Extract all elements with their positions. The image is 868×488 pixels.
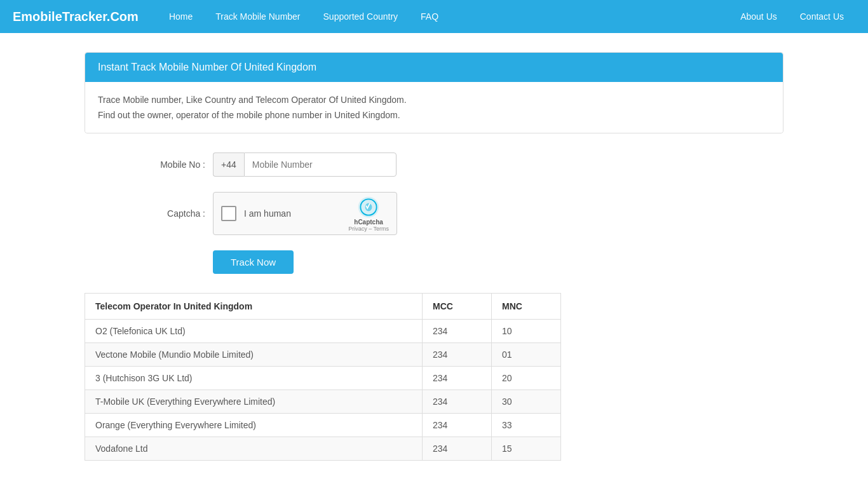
captcha-logo: hCaptcha Privacy – Terms [348,196,389,232]
operator-name: Orange (Everything Everywhere Limited) [85,414,423,437]
nav-supported[interactable]: Supported Country [312,0,410,33]
hcaptcha-icon [357,196,380,219]
table-row: T-Mobile UK (Everything Everywhere Limit… [85,390,561,414]
table-section: Telecom Operator In United Kingdom MCC M… [85,293,783,461]
operator-name: Vectone Mobile (Mundio Mobile Limited) [85,343,423,367]
form-section: Mobile No : +44 Captcha : I am human [85,152,783,274]
captcha-links: Privacy – Terms [348,226,389,232]
captcha-brand: hCaptcha [354,219,383,226]
mcc-value: 234 [423,390,492,414]
operator-name: T-Mobile UK (Everything Everywhere Limit… [85,390,423,414]
mcc-value: 234 [423,343,492,367]
nav-track[interactable]: Track Mobile Number [204,0,311,33]
table-row: Orange (Everything Everywhere Limited) 2… [85,414,561,437]
mcc-value: 234 [423,367,492,390]
operator-name: 3 (Hutchison 3G UK Ltd) [85,367,423,390]
table-col-mnc: MNC [492,294,561,320]
country-code: +44 [213,152,244,177]
mcc-value: 234 [423,320,492,343]
mcc-value: 234 [423,414,492,437]
navbar: EmobileTracker.Com Home Track Mobile Num… [0,0,868,33]
main-content: Instant Track Mobile Number Of United Ki… [72,52,796,461]
mnc-value: 20 [492,367,561,390]
mnc-value: 01 [492,343,561,367]
captcha-widget[interactable]: I am human hCaptcha Privacy – Terms [213,192,397,235]
table-row: Vodafone Ltd 234 15 [85,437,561,461]
navbar-right: About Us Contact Us [729,0,855,33]
info-line-2: Find out the owner, operator of the mobi… [98,110,770,120]
operator-name: Vodafone Ltd [85,437,423,461]
table-col-mcc: MCC [423,294,492,320]
mobile-input-group: +44 [213,152,397,177]
captcha-form-group: Captcha : I am human hCaptcha Privacy – … [123,192,783,235]
operator-name: O2 (Telefonica UK Ltd) [85,320,423,343]
info-card-body: Trace Mobile number, Like Country and Te… [85,82,783,133]
info-card-title: Instant Track Mobile Number Of United Ki… [85,53,783,82]
mnc-value: 15 [492,437,561,461]
table-row: O2 (Telefonica UK Ltd) 234 10 [85,320,561,343]
mcc-value: 234 [423,437,492,461]
nav-home[interactable]: Home [158,0,204,33]
track-now-button[interactable]: Track Now [213,250,294,274]
mnc-value: 30 [492,390,561,414]
mobile-form-group: Mobile No : +44 [123,152,783,177]
mobile-label: Mobile No : [123,159,205,170]
table-col-operator: Telecom Operator In United Kingdom [85,294,423,320]
navbar-brand[interactable]: EmobileTracker.Com [13,10,139,24]
navbar-links: Home Track Mobile Number Supported Count… [158,0,450,33]
info-line-1: Trace Mobile number, Like Country and Te… [98,95,770,105]
nav-about[interactable]: About Us [729,0,789,33]
nav-faq[interactable]: FAQ [409,0,450,33]
captcha-checkbox[interactable] [221,206,236,221]
table-row: 3 (Hutchison 3G UK Ltd) 234 20 [85,367,561,390]
captcha-text: I am human [244,208,343,219]
mnc-value: 10 [492,320,561,343]
table-row: Vectone Mobile (Mundio Mobile Limited) 2… [85,343,561,367]
captcha-label: Captcha : [123,208,205,219]
info-card: Instant Track Mobile Number Of United Ki… [85,52,783,133]
mobile-input[interactable] [244,152,397,177]
nav-contact[interactable]: Contact Us [789,0,855,33]
mnc-value: 33 [492,414,561,437]
operators-table: Telecom Operator In United Kingdom MCC M… [85,293,561,461]
